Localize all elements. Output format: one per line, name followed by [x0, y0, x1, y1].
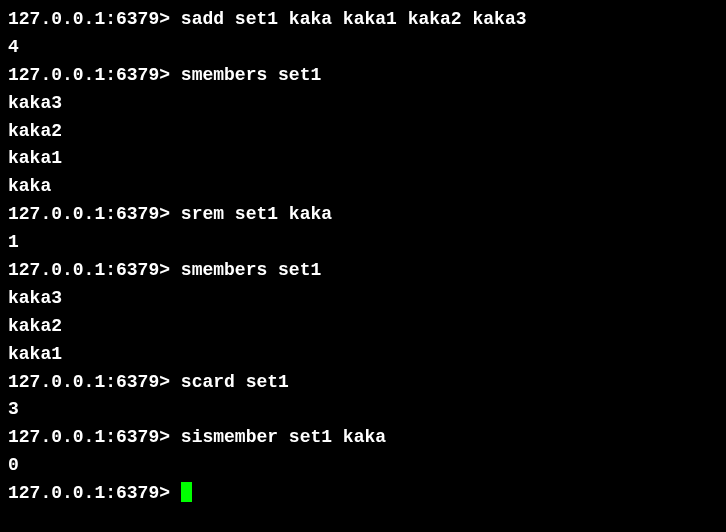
output-text: 1 [8, 232, 19, 252]
terminal-line: 4 [8, 34, 718, 62]
terminal-line: kaka1 [8, 145, 718, 173]
prompt-text: 127.0.0.1:6379> [8, 427, 181, 447]
terminal-line: kaka3 [8, 285, 718, 313]
terminal-line: 127.0.0.1:6379> [8, 480, 718, 508]
cursor-block[interactable] [181, 482, 192, 502]
terminal-line: 1 [8, 229, 718, 257]
terminal-line: kaka2 [8, 118, 718, 146]
terminal-line: 3 [8, 396, 718, 424]
prompt-text: 127.0.0.1:6379> [8, 483, 181, 503]
output-text: kaka [8, 176, 51, 196]
prompt-text: 127.0.0.1:6379> [8, 372, 181, 392]
terminal-line: kaka [8, 173, 718, 201]
terminal-line: 127.0.0.1:6379> sismember set1 kaka [8, 424, 718, 452]
terminal-line: 127.0.0.1:6379> sadd set1 kaka kaka1 kak… [8, 6, 718, 34]
command-text: smembers set1 [181, 260, 321, 280]
output-text: kaka1 [8, 344, 62, 364]
terminal-line: kaka2 [8, 313, 718, 341]
output-text: kaka2 [8, 316, 62, 336]
command-text: sadd set1 kaka kaka1 kaka2 kaka3 [181, 9, 527, 29]
output-text: kaka2 [8, 121, 62, 141]
output-text: 4 [8, 37, 19, 57]
terminal-line: 127.0.0.1:6379> smembers set1 [8, 62, 718, 90]
terminal-line: 0 [8, 452, 718, 480]
terminal-line: 127.0.0.1:6379> scard set1 [8, 369, 718, 397]
prompt-text: 127.0.0.1:6379> [8, 65, 181, 85]
output-text: kaka3 [8, 288, 62, 308]
prompt-text: 127.0.0.1:6379> [8, 204, 181, 224]
output-text: kaka3 [8, 93, 62, 113]
output-text: 0 [8, 455, 19, 475]
command-text: srem set1 kaka [181, 204, 332, 224]
prompt-text: 127.0.0.1:6379> [8, 260, 181, 280]
terminal-line: kaka1 [8, 341, 718, 369]
terminal-line: kaka3 [8, 90, 718, 118]
terminal-line: 127.0.0.1:6379> smembers set1 [8, 257, 718, 285]
command-text: smembers set1 [181, 65, 321, 85]
command-text: sismember set1 kaka [181, 427, 386, 447]
command-text: scard set1 [181, 372, 289, 392]
output-text: kaka1 [8, 148, 62, 168]
prompt-text: 127.0.0.1:6379> [8, 9, 181, 29]
output-text: 3 [8, 399, 19, 419]
terminal-output[interactable]: 127.0.0.1:6379> sadd set1 kaka kaka1 kak… [8, 6, 718, 508]
terminal-line: 127.0.0.1:6379> srem set1 kaka [8, 201, 718, 229]
